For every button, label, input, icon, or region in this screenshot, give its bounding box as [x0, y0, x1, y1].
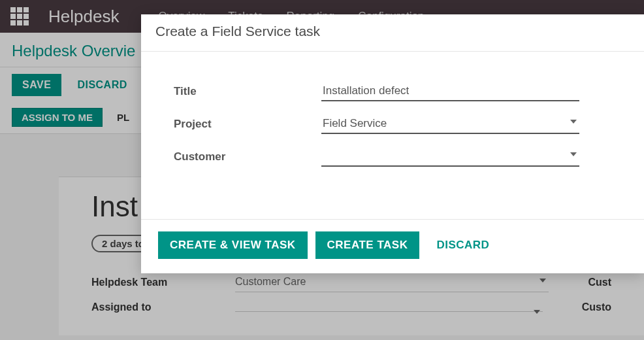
project-label: Project	[174, 118, 321, 131]
modal-footer: CREATE & VIEW TASK CREATE TASK DISCARD	[141, 219, 644, 273]
modal-title: Create a Field Service task	[155, 24, 630, 39]
chevron-down-icon[interactable]	[570, 152, 577, 156]
modal-discard-button[interactable]: DISCARD	[436, 239, 489, 252]
title-label: Title	[174, 85, 321, 98]
title-field[interactable]	[321, 82, 579, 101]
customer-row: Customer	[174, 147, 611, 167]
modal-body: Title Project Customer	[141, 52, 644, 219]
project-field[interactable]	[321, 114, 579, 134]
chevron-down-icon[interactable]	[570, 120, 577, 124]
project-input[interactable]	[323, 117, 578, 130]
create-task-modal: Create a Field Service task Title Projec…	[141, 14, 644, 273]
title-row: Title	[174, 82, 611, 101]
create-task-button[interactable]: CREATE TASK	[315, 231, 420, 259]
modal-header: Create a Field Service task	[141, 14, 644, 52]
project-row: Project	[174, 114, 611, 134]
customer-label: Customer	[174, 150, 321, 163]
create-and-view-button[interactable]: CREATE & VIEW TASK	[158, 231, 308, 259]
customer-field[interactable]	[321, 147, 579, 167]
title-input[interactable]	[323, 84, 578, 97]
customer-input[interactable]	[323, 150, 578, 163]
